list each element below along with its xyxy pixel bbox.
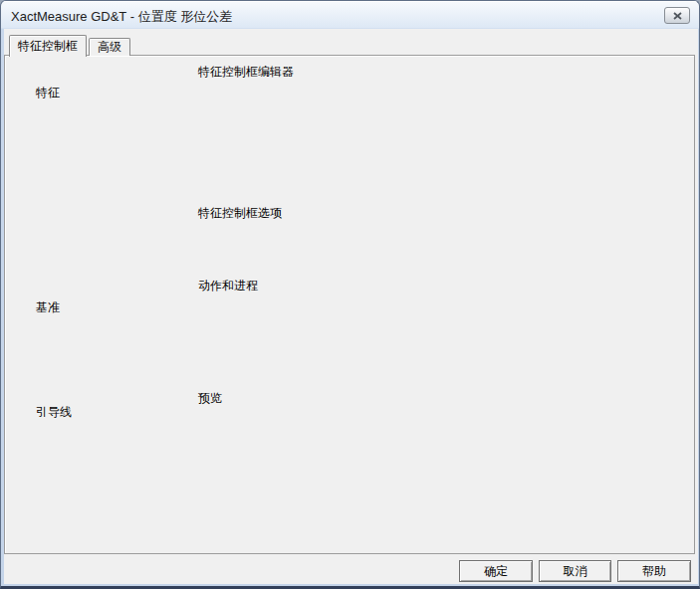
tab-strip: 特征控制框 高级 — [9, 34, 130, 56]
cancel-button[interactable]: 取消 — [539, 560, 611, 582]
tab-feature-control-frame[interactable]: 特征控制框 — [9, 35, 87, 57]
datums-group-title: 基准 — [32, 299, 64, 316]
features-group-title: 特征 — [32, 85, 64, 101]
actions-title: 动作和进程 — [194, 278, 262, 294]
dialog-window: XactMeasure GD&T - 位置度 形位公差 特征控制框 高级 ID:… — [0, 0, 700, 589]
close-icon — [673, 12, 682, 20]
preview-title: 预览 — [194, 390, 226, 407]
titlebar[interactable]: XactMeasure GD&T - 位置度 形位公差 — [1, 1, 699, 29]
window-title: XactMeasure GD&T - 位置度 形位公差 — [11, 8, 232, 26]
tab-advanced[interactable]: 高级 — [89, 38, 130, 56]
fcf-editor-title: 特征控制框编辑器 — [194, 64, 298, 81]
tab-page — [4, 55, 695, 554]
leader-line-group-title: 引导线 — [32, 404, 76, 421]
ok-button[interactable]: 确定 — [459, 560, 533, 582]
close-button[interactable] — [664, 7, 690, 24]
help-button[interactable]: 帮助 — [617, 560, 691, 582]
fcf-options-title: 特征控制框选项 — [194, 205, 286, 222]
